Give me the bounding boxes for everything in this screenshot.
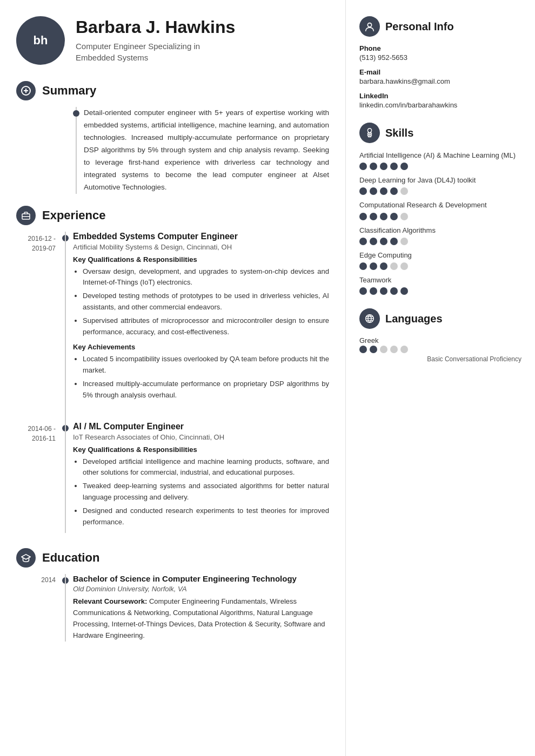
avatar-initials: bh: [34, 33, 48, 48]
exp-title-1: Embedded Systems Computer Engineer: [73, 232, 329, 241]
experience-header: Experience: [16, 206, 329, 225]
experience-title: Experience: [42, 208, 105, 222]
personal-info-title: Personal Info: [385, 21, 454, 33]
skill-dots-3: [359, 213, 521, 220]
edu-coursework-1: Relevant Coursework: Computer Engineerin…: [73, 596, 329, 641]
dot: [400, 287, 408, 295]
list-item: Increased multiply-accumulate performanc…: [83, 379, 329, 401]
dot: [359, 287, 367, 295]
lang-level-1: Basic Conversational Proficiency: [359, 355, 521, 363]
exp-company-1: Artificial Mobility Systems & Design, Ci…: [73, 243, 329, 251]
skills-header: Skills: [359, 123, 521, 143]
skill-item-4: Classification Algorithms: [359, 226, 521, 245]
exp-date-1: 2016-12 - 2019-07: [16, 232, 62, 407]
linkedin-value: linkedin.com/in/barbarahawkins: [359, 101, 521, 109]
list-item: Developed artificial intelligence and ma…: [83, 456, 329, 479]
edu-content-1: Bachelor of Science in Computer Engineer…: [73, 574, 329, 641]
experience-icon: [16, 206, 36, 225]
experience-item-1: 2016-12 - 2019-07 Embedded Systems Compu…: [16, 232, 329, 407]
education-item-1: 2014 Bachelor of Science in Computer Eng…: [16, 574, 329, 641]
exp-qual-label-1: Key Qualifications & Responsibilities: [73, 255, 329, 264]
candidate-subtitle: Computer Engineer Specializing inEmbedde…: [76, 40, 235, 63]
skill-name-3: Computational Research & Development: [359, 200, 521, 210]
right-column: Personal Info Phone (513) 952-5653 E-mai…: [346, 0, 535, 756]
personal-info-icon: [359, 16, 380, 37]
phone-label: Phone: [359, 44, 521, 52]
left-column: bh Barbara J. Hawkins Computer Engineer …: [0, 0, 346, 756]
languages-title: Languages: [385, 313, 443, 325]
edu-school-1: Old Dominion University, Norfolk, VA: [73, 585, 329, 593]
education-title: Education: [42, 551, 99, 565]
dot: [380, 238, 387, 245]
list-item: Located 5 incompatibility issues overloo…: [83, 354, 329, 376]
skill-item-1: Artificial Intelligence (AI) & Machine L…: [359, 151, 521, 170]
svg-rect-6: [367, 133, 371, 134]
dot: [400, 346, 408, 353]
list-item: Oversaw design, development, and upgrade…: [83, 266, 329, 289]
skill-name-1: Artificial Intelligence (AI) & Machine L…: [359, 151, 521, 160]
skill-item-5: Edge Computing: [359, 251, 521, 270]
experience-item-2: 2014-06 - 2016-11 AI / ML Computer Engin…: [16, 422, 329, 534]
languages-header: Languages: [359, 308, 521, 329]
dot: [370, 262, 377, 270]
dot: [390, 287, 398, 295]
summary-text: Detail-oriented computer engineer with 5…: [84, 107, 329, 194]
dot: [359, 262, 367, 270]
exp-content-1: Embedded Systems Computer Engineer Artif…: [73, 232, 329, 407]
dot: [370, 163, 377, 170]
lang-item-1: Greek Basic Conversational Proficiency: [359, 336, 521, 363]
phone-block: Phone (513) 952-5653: [359, 44, 521, 62]
dot: [380, 287, 387, 295]
dot: [359, 346, 367, 353]
exp-qual-list-2: Developed artificial intelligence and ma…: [73, 456, 329, 528]
skill-dots-4: [359, 238, 521, 245]
dot: [390, 238, 398, 245]
dot: [370, 187, 377, 195]
skill-name-2: Deep Learning for Java (DL4J) toolkit: [359, 176, 521, 185]
dot: [380, 163, 387, 170]
dot: [359, 187, 367, 195]
exp-timeline-2: [62, 422, 73, 534]
personal-info-section: Personal Info Phone (513) 952-5653 E-mai…: [359, 16, 521, 109]
exp-date-2: 2014-06 - 2016-11: [16, 422, 62, 534]
skill-item-3: Computational Research & Development: [359, 200, 521, 220]
languages-icon: [359, 308, 380, 329]
list-item: Developed testing methods of prototypes …: [83, 291, 329, 313]
skill-dots-6: [359, 287, 521, 295]
skills-icon: [359, 123, 380, 143]
skill-name-5: Edge Computing: [359, 251, 521, 260]
dot: [370, 213, 377, 220]
list-item: Designed and conducted research experime…: [83, 505, 329, 528]
languages-section: Languages Greek Basic Conversational Pro…: [359, 308, 521, 363]
svg-rect-7: [367, 134, 371, 136]
summary-header: Summary: [16, 81, 329, 100]
dot: [359, 238, 367, 245]
resume-header: bh Barbara J. Hawkins Computer Engineer …: [16, 16, 329, 65]
dot: [380, 346, 387, 353]
phone-value: (513) 952-5653: [359, 53, 521, 62]
dot: [370, 287, 377, 295]
dot: [400, 238, 408, 245]
dot: [400, 213, 408, 220]
dot: [400, 163, 408, 170]
header-text: Barbara J. Hawkins Computer Engineer Spe…: [76, 18, 235, 63]
dot: [400, 262, 408, 270]
education-header: Education: [16, 548, 329, 568]
avatar: bh: [16, 16, 65, 65]
exp-content-2: AI / ML Computer Engineer IoT Research A…: [73, 422, 329, 534]
experience-section: Experience 2016-12 - 2019-07 Embedded Sy…: [16, 206, 329, 534]
dot: [390, 163, 398, 170]
summary-title: Summary: [42, 84, 96, 98]
dot: [380, 187, 387, 195]
dot: [390, 187, 398, 195]
exp-achieve-list-1: Located 5 incompatibility issues overloo…: [73, 354, 329, 401]
skill-name-4: Classification Algorithms: [359, 226, 521, 235]
dot: [380, 262, 387, 270]
linkedin-label: LinkedIn: [359, 92, 521, 100]
exp-qual-list-1: Oversaw design, development, and upgrade…: [73, 266, 329, 338]
summary-icon: [16, 81, 36, 100]
dot: [380, 213, 387, 220]
education-icon: [16, 548, 36, 568]
exp-qual-label-2: Key Qualifications & Responsibilities: [73, 446, 329, 454]
dot: [390, 213, 398, 220]
